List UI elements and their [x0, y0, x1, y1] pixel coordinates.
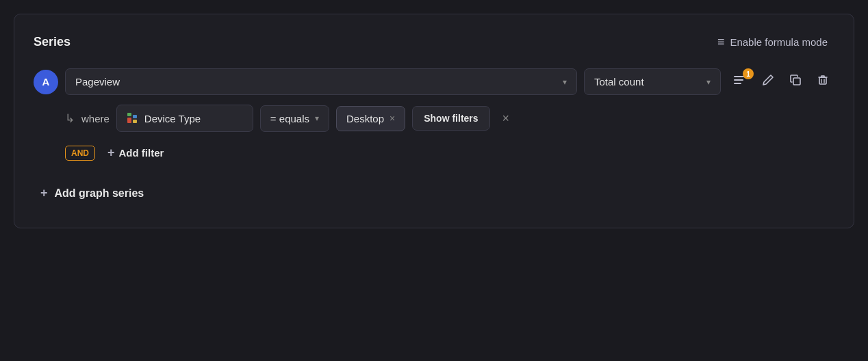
svg-rect-10: [127, 113, 131, 116]
add-graph-series-button[interactable]: + Add graph series: [34, 180, 151, 206]
filter-row: ↳ where Device Type = equals ▾ Desktop ×…: [65, 105, 834, 132]
show-filters-label: Show filters: [424, 113, 478, 124]
plus-icon: +: [40, 186, 48, 200]
remove-value-button[interactable]: ×: [390, 113, 395, 123]
chevron-down-icon: ▾: [563, 77, 567, 87]
total-count-dropdown[interactable]: Total count ▾: [584, 68, 721, 95]
plus-icon: +: [107, 146, 115, 160]
show-filters-button[interactable]: Show filters: [412, 106, 489, 131]
formula-mode-button[interactable]: ≡ Enable formula mode: [711, 31, 834, 53]
remove-filter-button[interactable]: ×: [497, 108, 515, 129]
delete-icon-button[interactable]: [811, 70, 834, 94]
panel-header: Series ≡ Enable formula mode: [34, 31, 834, 53]
and-badge-button[interactable]: AND: [65, 146, 95, 161]
svg-rect-9: [133, 120, 137, 123]
add-filter-button[interactable]: + Add filter: [101, 142, 170, 164]
edit-icon: [762, 74, 774, 90]
svg-rect-3: [793, 78, 800, 85]
filter-value-tag: Desktop ×: [336, 106, 405, 131]
pageview-dropdown[interactable]: Pageview ▾: [65, 68, 577, 95]
add-graph-label: Add graph series: [55, 187, 144, 200]
pageview-value: Pageview: [75, 76, 120, 88]
panel-title: Series: [34, 35, 71, 49]
where-arrow-icon: ↳: [65, 111, 75, 126]
chevron-down-icon: ▾: [706, 77, 711, 87]
device-type-dropdown[interactable]: Device Type: [116, 105, 253, 132]
chevron-down-icon: ▾: [315, 113, 319, 123]
series-panel: Series ≡ Enable formula mode A Pageview …: [14, 14, 854, 228]
copy-icon-button[interactable]: [784, 70, 807, 94]
add-filter-label: Add filter: [119, 147, 164, 159]
avatar: A: [34, 70, 58, 94]
formula-icon: ≡: [717, 35, 725, 49]
copy-icon: [789, 74, 802, 90]
edit-icon-button[interactable]: [756, 70, 780, 94]
delete-icon: [817, 74, 829, 90]
svg-rect-4: [819, 77, 826, 84]
equals-dropdown[interactable]: = equals ▾: [260, 105, 329, 132]
series-row: A Pageview ▾ Total count ▾ 1: [34, 68, 834, 95]
device-type-value: Device Type: [144, 113, 201, 124]
svg-rect-8: [133, 115, 137, 118]
equals-label: = equals: [270, 113, 309, 124]
filter-value-label: Desktop: [346, 113, 384, 124]
filter-badge: 1: [743, 68, 754, 79]
add-filter-row: AND + Add filter: [65, 142, 834, 164]
action-icons: 1: [728, 70, 834, 94]
add-graph-row: + Add graph series: [34, 180, 834, 206]
where-label: where: [81, 113, 110, 124]
svg-rect-7: [127, 118, 131, 123]
device-type-icon: [127, 112, 139, 124]
filter-icon-button[interactable]: 1: [728, 70, 752, 94]
total-count-value: Total count: [594, 76, 644, 88]
formula-mode-label: Enable formula mode: [730, 36, 828, 48]
